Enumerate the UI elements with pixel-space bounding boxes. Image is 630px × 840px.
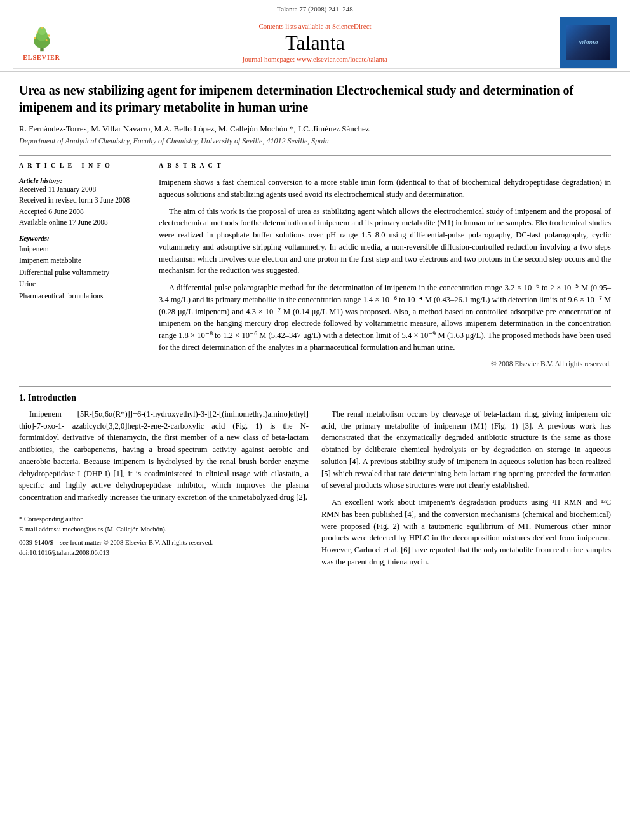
elsevier-text: ELSEVIER: [23, 54, 60, 61]
revised-date: Received in revised form 3 June 2008: [19, 195, 146, 206]
intro-right-p2: An excellent work about imipenem's degra…: [321, 497, 611, 568]
talanta-logo-block: talanta: [560, 17, 617, 68]
email-label: E-mail address:: [19, 526, 61, 533]
abstract-label: A B S T R A C T: [159, 162, 611, 171]
intro-right-p1: The renal metabolism occurs by cleavage …: [321, 408, 611, 491]
intro-left-p1: Imipenem [5R-[5α,6α(R*)]]−6-(1-hydroxyet…: [19, 408, 309, 503]
footnote-corresponding: * Corresponding author.: [19, 514, 309, 524]
copyright-line: © 2008 Elsevier B.V. All rights reserved…: [159, 359, 611, 370]
keyword-3: Differential pulse voltammetry: [19, 267, 146, 278]
body-columns: Imipenem [5R-[5α,6α(R*)]]−6-(1-hydroxyet…: [19, 408, 611, 573]
elsevier-tree-logo: [23, 24, 61, 53]
article-history-group: Article history: Received 11 January 200…: [19, 177, 146, 228]
footnote-divider-block: 0039-9140/$ – see front matter © 2008 El…: [19, 538, 309, 558]
divider-1: [19, 155, 611, 156]
online-date: Available online 17 June 2008: [19, 217, 146, 228]
intro-left-text: Imipenem [5R-[5α,6α(R*)]]−6-(1-hydroxyet…: [19, 408, 309, 503]
article-info-column: A R T I C L E I N F O Article history: R…: [19, 162, 146, 375]
authors: R. Fernández-Torres, M. Villar Navarro, …: [19, 124, 611, 134]
footnote-email: E-mail address: mochon@us.es (M. Callejó…: [19, 524, 309, 535]
elsevier-logo-block: ELSEVIER: [13, 17, 70, 68]
email-address: mochon@us.es (M. Callejón Mochón).: [62, 526, 166, 533]
abstract-column: A B S T R A C T Imipenem shows a fast ch…: [159, 162, 611, 375]
journal-header: Talanta 77 (2008) 241–248: [0, 0, 630, 72]
journal-center: Contents lists available at ScienceDirec…: [70, 17, 560, 68]
section-title: Introduction: [28, 393, 76, 403]
abstract-p3: A differential-pulse polarographic metho…: [159, 282, 611, 354]
doi-line: doi:10.1016/j.talanta.2008.06.013: [19, 548, 309, 558]
homepage-label: journal homepage: www.elsevier.com/locat…: [243, 55, 387, 63]
journal-title-display: Talanta: [285, 32, 345, 53]
talanta-logo-text: talanta: [578, 38, 598, 46]
keywords-label: Keywords:: [19, 234, 146, 242]
footnote-section: * Corresponding author. E-mail address: …: [19, 510, 309, 558]
svg-point-7: [45, 39, 47, 41]
keyword-1: Imipenem: [19, 243, 146, 255]
sciencedirect-link-text[interactable]: ScienceDirect: [332, 22, 372, 30]
keyword-4: Urine: [19, 278, 146, 290]
abstract-p2: The aim of this work is the proposal of …: [159, 206, 611, 277]
article-info-label: A R T I C L E I N F O: [19, 162, 146, 171]
issn-line: 0039-9140/$ – see front matter © 2008 El…: [19, 538, 309, 548]
sciencedirect-line: Contents lists available at ScienceDirec…: [258, 22, 371, 30]
received-date: Received 11 January 2008: [19, 184, 146, 195]
journal-ref: Talanta 77 (2008) 241–248: [13, 5, 617, 13]
page-wrapper: Talanta 77 (2008) 241–248: [0, 0, 630, 586]
svg-point-5: [48, 34, 50, 37]
history-label: Article history:: [19, 177, 146, 184]
elsevier-tree-svg: [23, 24, 61, 53]
info-abstract-columns: A R T I C L E I N F O Article history: R…: [19, 162, 611, 375]
talanta-logo-image: talanta: [566, 25, 610, 60]
section-number: 1.: [19, 393, 26, 403]
abstract-p1: Imipenem shows a fast chemical conversio…: [159, 177, 611, 201]
journal-homepage: journal homepage: www.elsevier.com/locat…: [243, 55, 387, 63]
contents-text: Contents lists available at: [258, 22, 330, 30]
divider-2: [19, 386, 611, 387]
body-left-column: Imipenem [5R-[5α,6α(R*)]]−6-(1-hydroxyet…: [19, 408, 309, 573]
intro-right-text: The renal metabolism occurs by cleavage …: [321, 408, 611, 568]
affiliation: Department of Analytical Chemistry, Facu…: [19, 137, 611, 146]
svg-point-8: [41, 27, 43, 29]
keywords-group: Keywords: Imipenem Imipenem metabolite D…: [19, 234, 146, 302]
journal-banner: ELSEVIER Contents lists available at Sci…: [13, 17, 617, 69]
article-title: Urea as new stabilizing agent for imipen…: [19, 82, 611, 116]
accepted-date: Accepted 6 June 2008: [19, 206, 146, 217]
keyword-5: Pharmaceutical formulations: [19, 290, 146, 302]
svg-point-4: [34, 37, 36, 39]
abstract-text: Imipenem shows a fast chemical conversio…: [159, 177, 611, 370]
introduction-heading: 1. Introduction: [19, 393, 611, 403]
body-right-column: The renal metabolism occurs by cleavage …: [321, 408, 611, 573]
main-content: Urea as new stabilizing agent for imipen…: [0, 72, 630, 586]
svg-point-6: [36, 31, 38, 33]
keyword-2: Imipenem metabolite: [19, 255, 146, 266]
